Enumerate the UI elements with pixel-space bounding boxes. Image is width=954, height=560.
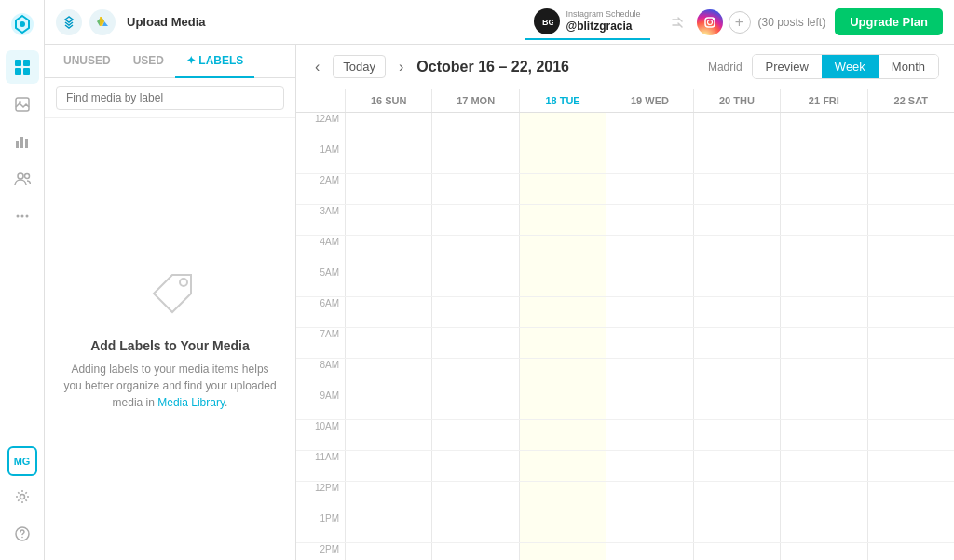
time-cell[interactable] xyxy=(431,451,518,481)
time-cell[interactable] xyxy=(780,205,866,235)
time-cell[interactable] xyxy=(431,174,518,204)
time-cell[interactable] xyxy=(606,543,692,560)
time-cell[interactable] xyxy=(431,113,518,143)
time-cell[interactable] xyxy=(867,205,954,235)
sidebar-item-grid[interactable] xyxy=(6,50,39,84)
time-cell[interactable] xyxy=(345,297,431,327)
sidebar-item-more[interactable] xyxy=(6,199,39,233)
time-cell[interactable] xyxy=(345,451,431,481)
time-cell[interactable] xyxy=(345,482,431,512)
time-cell[interactable] xyxy=(867,236,954,266)
time-cell[interactable] xyxy=(606,482,692,512)
sidebar-item-image[interactable] xyxy=(6,88,39,121)
time-cell[interactable] xyxy=(345,543,431,560)
sidebar-item-help[interactable] xyxy=(6,517,39,551)
time-cell[interactable] xyxy=(519,205,606,235)
time-cell[interactable] xyxy=(780,174,866,204)
time-cell[interactable] xyxy=(606,113,692,143)
time-cell[interactable] xyxy=(780,113,866,143)
time-cell[interactable] xyxy=(867,359,954,389)
time-cell[interactable] xyxy=(606,143,692,173)
time-cell[interactable] xyxy=(693,451,780,481)
prev-week-button[interactable]: ‹ xyxy=(311,57,323,77)
time-cell[interactable] xyxy=(693,389,780,419)
tab-unused[interactable]: UNUSED xyxy=(52,45,122,78)
sidebar-item-chart[interactable] xyxy=(6,125,39,158)
tab-preview[interactable]: Preview xyxy=(753,55,822,78)
time-cell[interactable] xyxy=(693,297,780,327)
time-cell[interactable] xyxy=(693,359,780,389)
time-cell[interactable] xyxy=(345,512,431,542)
time-cell[interactable] xyxy=(606,389,692,419)
time-cell[interactable] xyxy=(693,205,780,235)
time-cell[interactable] xyxy=(867,174,954,204)
time-cell[interactable] xyxy=(431,482,518,512)
time-cell[interactable] xyxy=(431,389,518,419)
time-cell[interactable] xyxy=(519,482,606,512)
tab-week[interactable]: Week xyxy=(822,55,879,78)
time-cell[interactable] xyxy=(606,328,692,358)
time-cell[interactable] xyxy=(780,482,866,512)
time-cell[interactable] xyxy=(780,389,866,419)
time-cell[interactable] xyxy=(431,512,518,542)
avatar[interactable]: MG xyxy=(7,446,37,476)
time-cell[interactable] xyxy=(345,420,431,450)
time-cell[interactable] xyxy=(519,143,606,173)
time-cell[interactable] xyxy=(693,328,780,358)
time-cell[interactable] xyxy=(606,266,692,296)
time-cell[interactable] xyxy=(780,236,866,266)
time-cell[interactable] xyxy=(345,389,431,419)
drive-icon[interactable] xyxy=(89,9,116,35)
time-cell[interactable] xyxy=(780,297,866,327)
time-cell[interactable] xyxy=(606,451,692,481)
time-cell[interactable] xyxy=(780,359,866,389)
time-cell[interactable] xyxy=(519,359,606,389)
time-cell[interactable] xyxy=(606,174,692,204)
time-cell[interactable] xyxy=(693,113,780,143)
time-cell[interactable] xyxy=(431,297,518,327)
media-library-link[interactable]: Media Library xyxy=(157,396,225,409)
time-cell[interactable] xyxy=(345,328,431,358)
account-tab[interactable]: BG Instagram Schedule @blitzgracia xyxy=(525,5,649,40)
time-cell[interactable] xyxy=(431,420,518,450)
time-cell[interactable] xyxy=(867,543,954,560)
time-cell[interactable] xyxy=(606,236,692,266)
time-cell[interactable] xyxy=(867,389,954,419)
time-cell[interactable] xyxy=(431,359,518,389)
time-cell[interactable] xyxy=(519,451,606,481)
time-cell[interactable] xyxy=(780,420,866,450)
upload-media-button[interactable]: Upload Media xyxy=(127,15,206,29)
time-cell[interactable] xyxy=(431,236,518,266)
time-cell[interactable] xyxy=(867,451,954,481)
time-cell[interactable] xyxy=(780,266,866,296)
time-cell[interactable] xyxy=(867,328,954,358)
time-cell[interactable] xyxy=(867,420,954,450)
time-cell[interactable] xyxy=(431,205,518,235)
time-cell[interactable] xyxy=(345,143,431,173)
time-cell[interactable] xyxy=(606,205,692,235)
time-cell[interactable] xyxy=(519,389,606,419)
tab-month[interactable]: Month xyxy=(879,55,938,78)
sidebar-item-people[interactable] xyxy=(6,162,39,196)
time-cell[interactable] xyxy=(345,236,431,266)
time-cell[interactable] xyxy=(519,174,606,204)
time-cell[interactable] xyxy=(693,420,780,450)
time-cell[interactable] xyxy=(519,266,606,296)
time-cell[interactable] xyxy=(431,543,518,560)
instagram-icon[interactable] xyxy=(697,9,723,35)
time-cell[interactable] xyxy=(693,482,780,512)
time-cell[interactable] xyxy=(345,174,431,204)
tab-labels[interactable]: ✦ LABELS xyxy=(175,45,254,78)
time-cell[interactable] xyxy=(431,143,518,173)
time-cell[interactable] xyxy=(431,328,518,358)
time-cell[interactable] xyxy=(345,359,431,389)
time-cell[interactable] xyxy=(780,143,866,173)
time-cell[interactable] xyxy=(519,420,606,450)
time-cell[interactable] xyxy=(519,328,606,358)
time-cell[interactable] xyxy=(693,174,780,204)
time-cell[interactable] xyxy=(693,236,780,266)
time-cell[interactable] xyxy=(867,113,954,143)
time-cell[interactable] xyxy=(431,266,518,296)
time-cell[interactable] xyxy=(780,543,866,560)
time-cell[interactable] xyxy=(606,420,692,450)
